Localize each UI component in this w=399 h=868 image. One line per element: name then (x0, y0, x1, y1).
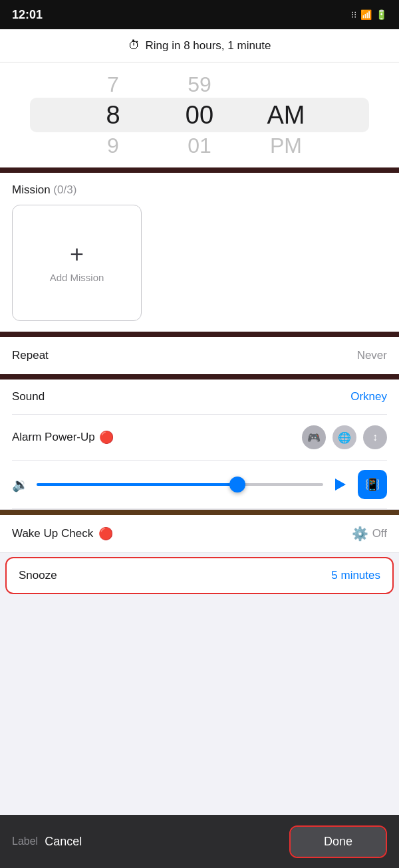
snooze-label: Snooze (19, 569, 57, 582)
wifi-icon: 📶 (360, 9, 372, 20)
repeat-value: Never (357, 349, 387, 362)
period-prev (243, 69, 329, 100)
wakeup-value-row: ⚙️ Off (352, 526, 387, 542)
hour-next: 9 (70, 130, 156, 161)
add-mission-button[interactable]: + Add Mission (12, 205, 142, 321)
add-mission-plus-icon: + (70, 243, 84, 267)
mission-section: Mission (0/3) + Add Mission (0, 173, 399, 337)
minute-selected: 00 (156, 100, 243, 130)
period-selected: AM (243, 100, 329, 130)
sound-label: Sound (12, 390, 45, 403)
volume-icon: 🔉 (12, 477, 29, 492)
play-icon (335, 479, 346, 490)
ring-info-bar: ⏱ Ring in 8 hours, 1 minute (0, 29, 399, 62)
status-icons: ⁝⁝ 📶 🔋 (351, 9, 387, 20)
volume-row: 🔉 📳 (12, 461, 387, 509)
powerup-icon-3[interactable]: ↕ (363, 425, 387, 449)
sound-section: Sound Orkney Alarm Power-Up 🔴 🎮 🌐 ↕ 🔉 (0, 380, 399, 510)
period-next: PM (243, 130, 329, 161)
time-picker[interactable]: 7 8 9 59 00 01 AM PM (0, 62, 399, 173)
wakeup-value: Off (372, 527, 387, 540)
minute-prev: 59 (156, 69, 243, 100)
sound-value: Orkney (350, 390, 387, 403)
wakeup-crown: 🔴 (98, 526, 113, 541)
wakeup-icon: ⚙️ (352, 526, 368, 542)
vibrate-button[interactable]: 📳 (358, 470, 387, 499)
minute-next: 01 (156, 130, 243, 161)
ring-info-icon: ⏱ (128, 39, 140, 53)
powerup-icon-2[interactable]: 🌐 (332, 425, 356, 449)
wakeup-label: Wake Up Check (12, 527, 93, 540)
play-button[interactable] (331, 475, 350, 494)
main-content: ⏱ Ring in 8 hours, 1 minute 7 8 9 59 00 … (0, 29, 399, 868)
hour-selected: 8 (70, 100, 156, 130)
repeat-section[interactable]: Repeat Never (0, 337, 399, 380)
wakeup-label-row: Wake Up Check 🔴 (12, 526, 113, 541)
alarm-powerup-crown: 🔴 (99, 430, 114, 445)
done-button[interactable]: Done (291, 827, 386, 857)
snooze-value: 5 minutes (331, 569, 380, 582)
alarm-powerup-label: Alarm Power-Up (12, 431, 95, 444)
sound-row[interactable]: Sound Orkney (12, 380, 387, 415)
mission-count: (0/3) (53, 183, 76, 196)
signal-icon: ⁝⁝ (351, 9, 356, 20)
status-time: 12:01 (12, 8, 43, 22)
mission-title: Mission (0/3) (12, 183, 387, 197)
battery-icon: 🔋 (376, 9, 387, 20)
wakeup-section[interactable]: Wake Up Check 🔴 ⚙️ Off (0, 515, 399, 553)
alarm-powerup-label-row: Alarm Power-Up 🔴 (12, 430, 114, 445)
done-button-wrapper: Done (289, 825, 387, 858)
alarm-powerup-row[interactable]: Alarm Power-Up 🔴 🎮 🌐 ↕ (12, 415, 387, 461)
repeat-label: Repeat (12, 349, 49, 362)
hour-prev: 7 (70, 69, 156, 100)
bottom-label-area: Label Cancel (12, 835, 82, 849)
bottom-bar: Label Cancel Done (0, 815, 399, 868)
cancel-button[interactable]: Cancel (45, 835, 82, 849)
sound-separator (0, 510, 399, 515)
slider-fill (37, 483, 237, 486)
vibrate-icon: 📳 (365, 477, 380, 492)
slider-container[interactable] (37, 483, 323, 486)
minute-column[interactable]: 59 00 01 (156, 69, 243, 161)
powerup-icon-1[interactable]: 🎮 (302, 425, 326, 449)
status-bar: 12:01 ⁝⁝ 📶 🔋 (0, 0, 399, 29)
add-mission-label: Add Mission (50, 272, 104, 283)
period-column[interactable]: AM PM (243, 69, 329, 161)
snooze-section[interactable]: Snooze 5 minutes (5, 557, 394, 594)
powerup-icons: 🎮 🌐 ↕ (302, 425, 387, 449)
label-text: Label (12, 835, 38, 847)
ring-info-text: Ring in 8 hours, 1 minute (146, 39, 271, 53)
hour-column[interactable]: 7 8 9 (70, 69, 156, 161)
slider-thumb[interactable] (229, 477, 245, 492)
